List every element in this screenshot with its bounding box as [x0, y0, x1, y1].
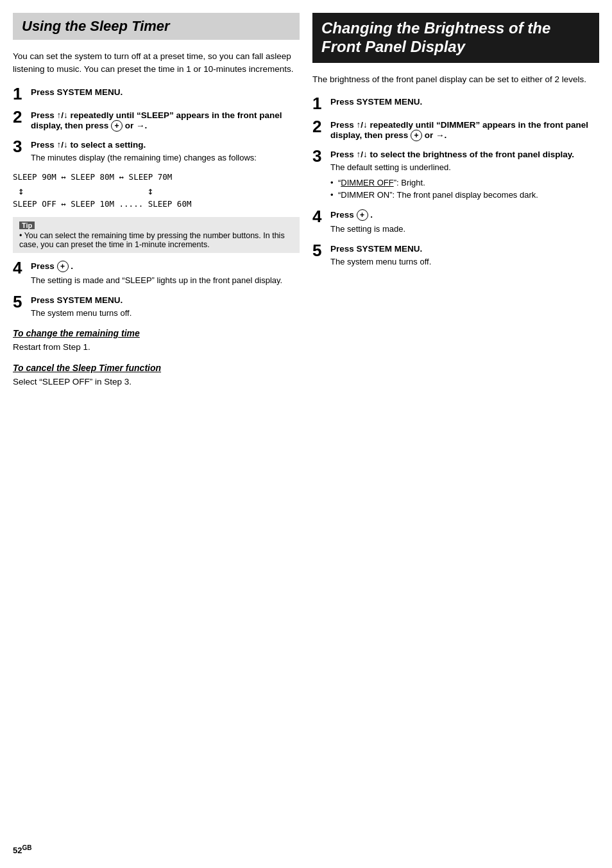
right-step-1-label: Press SYSTEM MENU.	[330, 97, 422, 107]
subtext-change: Restart from Step 1.	[13, 341, 300, 354]
tip-box: Tip • You can select the remaining time …	[13, 217, 300, 253]
circle-enter-icon: +	[111, 120, 123, 132]
right-step-5-number: 5	[312, 242, 327, 259]
right-step-3-label: Press ↑/↓ to select the brightness of th…	[330, 150, 574, 159]
left-section-title-box: Using the Sleep Timer	[13, 13, 300, 40]
subheading-change: To change the remaining time	[13, 328, 300, 338]
right-step-2: 2 Press ↑/↓ repeatedly until “DIMMER” ap…	[312, 118, 599, 141]
diagram-line1: SLEEP 90M ↔ SLEEP 80M ↔ SLEEP 70M	[13, 170, 300, 185]
right-step-2-label: Press ↑/↓ repeatedly until “DIMMER” appe…	[330, 120, 588, 140]
right-step-3-detail: The default setting is underlined.	[330, 161, 599, 174]
right-step-5-detail: The system menu turns off.	[330, 256, 599, 268]
left-section: Using the Sleep Timer You can set the sy…	[13, 13, 300, 398]
tip-label: Tip	[19, 221, 35, 229]
right-step-3: 3 Press ↑/↓ to select the brightness of …	[312, 148, 599, 202]
left-step-4: 4 Press + . The setting is made and “SLE…	[13, 259, 300, 287]
right-section-title-box: Changing the Brightness of the Front Pan…	[312, 13, 599, 63]
right-circle-enter-icon: +	[411, 130, 422, 141]
right-step-4-number: 4	[312, 208, 327, 225]
diagram-line2: SLEEP OFF ↔ SLEEP 10M ..... SLEEP 60M	[13, 197, 300, 212]
sleep-diagram: SLEEP 90M ↔ SLEEP 80M ↔ SLEEP 70M ↕ ↕ SL…	[13, 170, 300, 211]
right-step-5-label: Press SYSTEM MENU.	[330, 244, 422, 254]
left-section-title: Using the Sleep Timer	[22, 18, 291, 35]
left-step-3-number: 3	[13, 138, 27, 155]
left-step-4-label: Press + .	[31, 261, 73, 271]
right-circle-enter-2-icon: +	[357, 209, 368, 221]
left-step-3: 3 Press ↑/↓ to select a setting. The min…	[13, 138, 300, 164]
tip-text: • You can select the remaining time by p…	[19, 231, 293, 249]
diagram-vert-left: ↕	[18, 185, 24, 197]
right-step-3-bullets: “DIMMER OFF”: Bright. “DIMMER ON”: The f…	[330, 177, 599, 202]
left-step-5-detail: The system menu turns off.	[31, 307, 300, 320]
left-step-5-label: Press SYSTEM MENU.	[31, 295, 123, 305]
left-step-4-detail: The setting is made and “SLEEP” lights u…	[31, 274, 300, 287]
diagram-vert-right: ↕	[148, 185, 154, 197]
right-intro: The brightness of the front panel displa…	[312, 73, 599, 86]
left-step-4-number: 4	[13, 259, 27, 276]
right-step-4-label: Press + .	[330, 210, 373, 220]
left-step-3-label: Press ↑/↓ to select a setting.	[31, 140, 146, 150]
left-step-2-number: 2	[13, 108, 27, 125]
bullet-dimmer-off: “DIMMER OFF”: Bright.	[330, 177, 599, 189]
left-step-2-label: Press ↑/↓ repeatedly until “SLEEP” appea…	[31, 110, 282, 130]
right-step-5: 5 Press SYSTEM MENU. The system menu tur…	[312, 242, 599, 268]
bullet-dimmer-on: “DIMMER ON”: The front panel display bec…	[330, 189, 599, 202]
left-step-2: 2 Press ↑/↓ repeatedly until “SLEEP” app…	[13, 108, 300, 132]
right-step-4: 4 Press + . The setting is made.	[312, 208, 599, 236]
subtext-cancel: Select “SLEEP OFF” in Step 3.	[13, 376, 300, 388]
page-number: 52	[13, 846, 22, 855]
right-step-2-number: 2	[312, 118, 327, 135]
right-step-3-number: 3	[312, 148, 327, 164]
right-section: Changing the Brightness of the Front Pan…	[312, 13, 599, 398]
circle-enter-2-icon: +	[57, 261, 69, 272]
left-step-5: 5 Press SYSTEM MENU. The system menu tur…	[13, 293, 300, 320]
right-step-1-number: 1	[312, 95, 327, 112]
right-step-4-detail: The setting is made.	[330, 223, 599, 236]
page-footer: 52GB	[13, 844, 31, 855]
left-step-1-label: Press SYSTEM MENU.	[31, 87, 123, 97]
left-steps-list: 1 Press SYSTEM MENU. 2 Press ↑/↓ repeate…	[13, 85, 300, 164]
left-step-5-number: 5	[13, 293, 27, 310]
right-section-title: Changing the Brightness of the Front Pan…	[321, 19, 590, 56]
right-step-1: 1 Press SYSTEM MENU.	[312, 95, 599, 112]
page-suffix: GB	[22, 844, 31, 851]
left-step-1-number: 1	[13, 85, 27, 102]
left-step-3-detail: The minutes display (the remaining time)…	[31, 152, 300, 164]
left-step-1: 1 Press SYSTEM MENU.	[13, 85, 300, 102]
left-intro: You can set the system to turn off at a …	[13, 50, 300, 76]
subheading-cancel: To cancel the Sleep Timer function	[13, 363, 300, 373]
